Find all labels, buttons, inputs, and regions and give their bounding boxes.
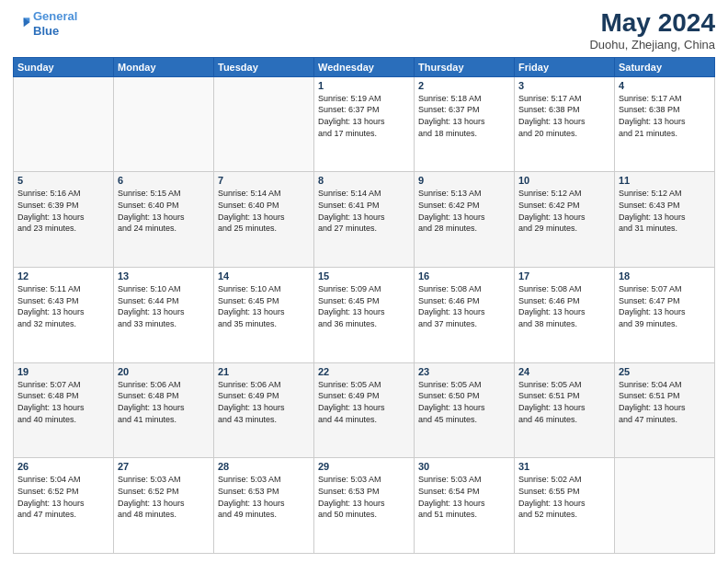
calendar-cell: 2Sunrise: 5:18 AM Sunset: 6:37 PM Daylig…	[415, 76, 515, 172]
weekday-header-cell: Thursday	[415, 57, 515, 76]
calendar-week-row: 26Sunrise: 5:04 AM Sunset: 6:52 PM Dayli…	[14, 458, 715, 554]
day-info: Sunrise: 5:06 AM Sunset: 6:48 PM Dayligh…	[118, 379, 210, 425]
calendar-cell: 23Sunrise: 5:05 AM Sunset: 6:50 PM Dayli…	[415, 362, 515, 458]
day-number: 18	[619, 270, 711, 282]
calendar-cell: 12Sunrise: 5:11 AM Sunset: 6:43 PM Dayli…	[14, 268, 114, 363]
day-info: Sunrise: 5:12 AM Sunset: 6:42 PM Dayligh…	[518, 188, 610, 234]
day-info: Sunrise: 5:11 AM Sunset: 6:43 PM Dayligh…	[17, 283, 109, 329]
calendar-cell: 31Sunrise: 5:02 AM Sunset: 6:55 PM Dayli…	[515, 458, 615, 554]
calendar-cell	[615, 458, 715, 554]
day-info: Sunrise: 5:06 AM Sunset: 6:49 PM Dayligh…	[218, 379, 310, 425]
day-number: 25	[619, 366, 711, 377]
calendar-cell: 21Sunrise: 5:06 AM Sunset: 6:49 PM Dayli…	[214, 362, 314, 458]
calendar-cell: 6Sunrise: 5:15 AM Sunset: 6:40 PM Daylig…	[114, 172, 214, 268]
header: General Blue May 2024 Duohu, Zhejiang, C…	[13, 9, 715, 52]
day-number: 5	[17, 175, 109, 186]
calendar-cell: 15Sunrise: 5:09 AM Sunset: 6:45 PM Dayli…	[314, 268, 415, 363]
day-info: Sunrise: 5:13 AM Sunset: 6:42 PM Dayligh…	[418, 188, 510, 234]
calendar-cell: 17Sunrise: 5:08 AM Sunset: 6:46 PM Dayli…	[515, 268, 615, 363]
day-number: 6	[118, 175, 210, 186]
calendar-cell: 9Sunrise: 5:13 AM Sunset: 6:42 PM Daylig…	[415, 172, 515, 268]
day-number: 22	[318, 366, 410, 377]
calendar-week-row: 1Sunrise: 5:19 AM Sunset: 6:37 PM Daylig…	[14, 76, 715, 172]
calendar-cell: 30Sunrise: 5:03 AM Sunset: 6:54 PM Dayli…	[415, 458, 515, 554]
calendar-cell: 5Sunrise: 5:16 AM Sunset: 6:39 PM Daylig…	[14, 172, 114, 268]
calendar-cell: 7Sunrise: 5:14 AM Sunset: 6:40 PM Daylig…	[214, 172, 314, 268]
calendar-week-row: 19Sunrise: 5:07 AM Sunset: 6:48 PM Dayli…	[14, 362, 715, 458]
day-info: Sunrise: 5:03 AM Sunset: 6:53 PM Dayligh…	[218, 474, 310, 520]
day-info: Sunrise: 5:04 AM Sunset: 6:52 PM Dayligh…	[17, 474, 109, 520]
day-info: Sunrise: 5:08 AM Sunset: 6:46 PM Dayligh…	[518, 283, 610, 329]
calendar-cell: 1Sunrise: 5:19 AM Sunset: 6:37 PM Daylig…	[314, 76, 415, 172]
day-number: 24	[518, 366, 610, 377]
day-info: Sunrise: 5:17 AM Sunset: 6:38 PM Dayligh…	[619, 93, 711, 139]
day-number: 20	[118, 366, 210, 377]
calendar-week-row: 5Sunrise: 5:16 AM Sunset: 6:39 PM Daylig…	[14, 172, 715, 268]
day-info: Sunrise: 5:05 AM Sunset: 6:51 PM Dayligh…	[518, 379, 610, 425]
calendar-body: 1Sunrise: 5:19 AM Sunset: 6:37 PM Daylig…	[14, 76, 715, 553]
day-number: 15	[318, 270, 410, 282]
day-info: Sunrise: 5:04 AM Sunset: 6:51 PM Dayligh…	[619, 379, 711, 425]
day-info: Sunrise: 5:08 AM Sunset: 6:46 PM Dayligh…	[418, 283, 510, 329]
calendar-cell: 24Sunrise: 5:05 AM Sunset: 6:51 PM Dayli…	[515, 362, 615, 458]
day-info: Sunrise: 5:15 AM Sunset: 6:40 PM Dayligh…	[118, 188, 210, 234]
calendar-cell: 25Sunrise: 5:04 AM Sunset: 6:51 PM Dayli…	[615, 362, 715, 458]
calendar-cell: 13Sunrise: 5:10 AM Sunset: 6:44 PM Dayli…	[114, 268, 214, 363]
day-number: 10	[518, 175, 610, 186]
day-number: 29	[318, 461, 410, 472]
subtitle: Duohu, Zhejiang, China	[589, 38, 715, 52]
day-number: 31	[518, 461, 610, 472]
day-number: 17	[518, 270, 610, 282]
day-number: 8	[318, 175, 410, 186]
calendar-cell: 3Sunrise: 5:17 AM Sunset: 6:38 PM Daylig…	[515, 76, 615, 172]
weekday-header-cell: Monday	[114, 57, 214, 76]
calendar-cell: 26Sunrise: 5:04 AM Sunset: 6:52 PM Dayli…	[14, 458, 114, 554]
weekday-header-cell: Sunday	[14, 57, 114, 76]
calendar-cell: 27Sunrise: 5:03 AM Sunset: 6:52 PM Dayli…	[114, 458, 214, 554]
day-info: Sunrise: 5:05 AM Sunset: 6:50 PM Dayligh…	[418, 379, 510, 425]
calendar: SundayMondayTuesdayWednesdayThursdayFrid…	[13, 57, 715, 554]
day-info: Sunrise: 5:09 AM Sunset: 6:45 PM Dayligh…	[318, 283, 410, 329]
day-number: 30	[418, 461, 510, 472]
calendar-cell	[214, 76, 314, 172]
day-number: 23	[418, 366, 510, 377]
day-number: 28	[218, 461, 310, 472]
day-number: 27	[118, 461, 210, 472]
day-info: Sunrise: 5:05 AM Sunset: 6:49 PM Dayligh…	[318, 379, 410, 425]
calendar-cell: 18Sunrise: 5:07 AM Sunset: 6:47 PM Dayli…	[615, 268, 715, 363]
day-info: Sunrise: 5:12 AM Sunset: 6:43 PM Dayligh…	[619, 188, 711, 234]
day-info: Sunrise: 5:10 AM Sunset: 6:44 PM Dayligh…	[118, 283, 210, 329]
day-number: 19	[17, 366, 109, 377]
day-number: 13	[118, 270, 210, 282]
day-info: Sunrise: 5:02 AM Sunset: 6:55 PM Dayligh…	[518, 474, 610, 520]
calendar-cell: 8Sunrise: 5:14 AM Sunset: 6:41 PM Daylig…	[314, 172, 415, 268]
day-info: Sunrise: 5:18 AM Sunset: 6:37 PM Dayligh…	[418, 93, 510, 139]
weekday-header-row: SundayMondayTuesdayWednesdayThursdayFrid…	[14, 57, 715, 76]
calendar-cell: 11Sunrise: 5:12 AM Sunset: 6:43 PM Dayli…	[615, 172, 715, 268]
day-number: 16	[418, 270, 510, 282]
calendar-cell: 29Sunrise: 5:03 AM Sunset: 6:53 PM Dayli…	[314, 458, 415, 554]
day-number: 12	[17, 270, 109, 282]
weekday-header-cell: Saturday	[615, 57, 715, 76]
day-info: Sunrise: 5:03 AM Sunset: 6:54 PM Dayligh…	[418, 474, 510, 520]
day-info: Sunrise: 5:07 AM Sunset: 6:48 PM Dayligh…	[17, 379, 109, 425]
calendar-cell: 10Sunrise: 5:12 AM Sunset: 6:42 PM Dayli…	[515, 172, 615, 268]
day-info: Sunrise: 5:19 AM Sunset: 6:37 PM Dayligh…	[318, 93, 410, 139]
weekday-header-cell: Tuesday	[214, 57, 314, 76]
page: General Blue May 2024 Duohu, Zhejiang, C…	[0, 0, 728, 563]
day-number: 2	[418, 80, 510, 91]
logo-icon	[13, 15, 31, 33]
day-info: Sunrise: 5:07 AM Sunset: 6:47 PM Dayligh…	[619, 283, 711, 329]
day-number: 3	[518, 80, 610, 91]
day-info: Sunrise: 5:16 AM Sunset: 6:39 PM Dayligh…	[17, 188, 109, 234]
day-info: Sunrise: 5:10 AM Sunset: 6:45 PM Dayligh…	[218, 283, 310, 329]
day-info: Sunrise: 5:03 AM Sunset: 6:53 PM Dayligh…	[318, 474, 410, 520]
weekday-header-cell: Friday	[515, 57, 615, 76]
calendar-cell: 28Sunrise: 5:03 AM Sunset: 6:53 PM Dayli…	[214, 458, 314, 554]
day-info: Sunrise: 5:14 AM Sunset: 6:40 PM Dayligh…	[218, 188, 310, 234]
calendar-cell	[114, 76, 214, 172]
day-number: 14	[218, 270, 310, 282]
logo: General Blue	[13, 9, 77, 38]
day-info: Sunrise: 5:14 AM Sunset: 6:41 PM Dayligh…	[318, 188, 410, 234]
day-number: 7	[218, 175, 310, 186]
